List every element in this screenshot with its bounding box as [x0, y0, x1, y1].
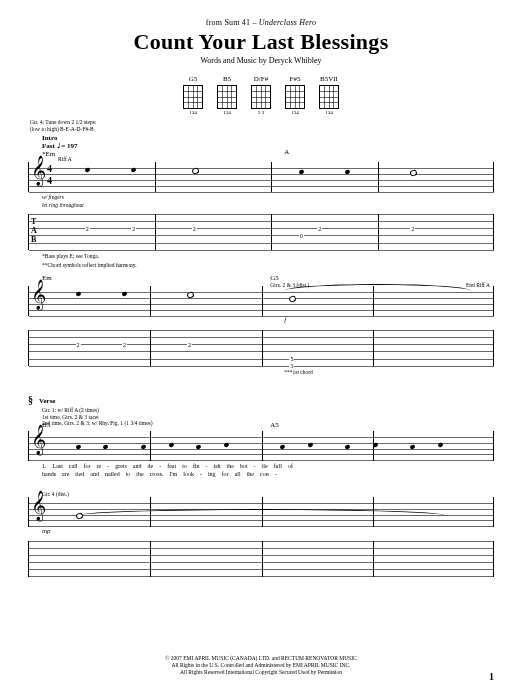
dynamic-marking: mp [42, 527, 494, 535]
lyric-syllable: con [260, 471, 269, 477]
dynamic-marking: f [284, 316, 494, 324]
note-head [196, 444, 202, 449]
lyric-syllable: call [69, 463, 78, 469]
time-signature: 44 [47, 164, 52, 188]
chord-fingering: 2 3 [258, 110, 264, 115]
chord-name: B5 [223, 75, 231, 83]
copyright-line: © 2007 EMI APRIL MUSIC (CANADA) LTD. and… [0, 655, 522, 662]
music-system-3: B5 A5 𝄞 1.Lastcallforre-gretsandde-featt… [28, 431, 494, 477]
chord-name: G5 [189, 75, 198, 83]
copyright-notice: © 2007 EMI APRIL MUSIC (CANADA) LTD. and… [0, 655, 522, 676]
footnote: ***1st chord [284, 369, 494, 375]
lyric-syllable: - [159, 463, 161, 469]
lyric-syllable: - [254, 463, 256, 469]
lyric-syllable: of [288, 463, 293, 469]
treble-clef-icon: 𝄞 [31, 493, 46, 519]
lyric-syllable: - [200, 471, 202, 477]
chord-diagram: G5 134 [183, 75, 203, 115]
lyric-syllable: I'm [170, 471, 178, 477]
segno-icon: § [28, 394, 33, 405]
note-head [289, 295, 298, 303]
note-head [191, 167, 200, 175]
note-head [410, 444, 416, 449]
lyric-syllable: re [97, 463, 102, 469]
treble-clef-icon: 𝄞 [31, 427, 46, 453]
lyric-syllable: - [107, 463, 109, 469]
note-head [438, 442, 444, 447]
fretboard-grid [319, 85, 339, 109]
tuning-line: (low to high) B-E-A-D-F#-B [30, 126, 494, 133]
chord-name: D/F# [254, 75, 268, 83]
instruction-line: 2nd time, Gtrs. 2 & 3: w/ Rhy. Fig. 1 (1… [42, 420, 494, 427]
chord-diagram: B5 134 [217, 75, 237, 115]
section-label-verse: Verse [39, 397, 55, 405]
lyric-syllable: are [62, 471, 69, 477]
chord-diagram: B5VII 134 [319, 75, 339, 115]
chord-fingering: 134 [189, 110, 197, 115]
lyric-syllable: fin [193, 463, 200, 469]
from-prefix: from Sum 41 – [206, 18, 259, 27]
note-head [308, 442, 314, 447]
chord-symbol: G5 [270, 274, 279, 282]
from-line: from Sum 41 – Underclass Hero [28, 18, 494, 27]
lyric-syllable: ing [208, 471, 216, 477]
tab-number: 2 [192, 226, 197, 232]
lyric-syllable: tle [262, 463, 268, 469]
notation-staff: 𝄞 44 [28, 162, 494, 192]
tablature-staff: TAB 2 2 2 0 2 2 [28, 214, 494, 250]
tab-number: 2 [122, 342, 127, 348]
lyric-syllable: nailed [105, 471, 120, 477]
chord-diagram: D/F# 2 3 [251, 75, 271, 115]
chord-name: B5VII [320, 75, 338, 83]
fretboard-grid [217, 85, 237, 109]
lyric-syllable: to [182, 463, 187, 469]
lyric-syllable: the [227, 463, 234, 469]
page-number: 1 [489, 671, 494, 682]
note-head [168, 442, 174, 447]
chord-diagram-row: G5 134 B5 134 D/F# 2 3 F#5 134 B5VII 134 [28, 75, 494, 115]
tab-number: 2 [317, 226, 322, 232]
lyric-syllable: for [222, 471, 229, 477]
lyrics-line: 1.Lastcallforre-gretsandde-feattofin-ish… [42, 463, 494, 469]
tab-number: 2 [131, 226, 136, 232]
chord-diagram: F#5 134 [285, 75, 305, 115]
album-name: Underclass Hero [259, 18, 316, 27]
tab-number: 2 [76, 342, 81, 348]
tab-number: 0 [299, 233, 304, 239]
note-head [103, 444, 109, 449]
fretboard-grid [183, 85, 203, 109]
chord-fingering: 134 [223, 110, 231, 115]
note-head [75, 444, 81, 449]
chord-name: F#5 [290, 75, 301, 83]
treble-clef-icon: 𝄞 [31, 158, 46, 184]
chord-symbol: A5 [270, 421, 279, 429]
lyric-syllable: cross. [150, 471, 164, 477]
lyric-syllable: the [136, 471, 143, 477]
instruction-line: 1st time, Gtrs. 2 & 3 tacet [42, 414, 494, 421]
lyric-syllable: to [126, 471, 131, 477]
notation-staff: 𝄞 [28, 286, 494, 316]
note-head [410, 169, 419, 177]
note-head [186, 291, 195, 299]
lyric-syllable: de [148, 463, 154, 469]
note-head [140, 444, 146, 449]
chord-fingering: 134 [291, 110, 299, 115]
note-head [280, 444, 286, 449]
note-head [84, 168, 90, 173]
note-head [224, 442, 230, 447]
lyric-syllable: tied [75, 471, 84, 477]
note-head [298, 170, 304, 175]
performance-instructions: Gtr. 1: w/ Riff A (2 times) 1st time, Gt… [42, 407, 494, 427]
header: from Sum 41 – Underclass Hero Count Your… [28, 18, 494, 65]
footnote: **Chord symbols reflect implied harmony. [42, 262, 494, 268]
lyric-syllable: for [84, 463, 91, 469]
tab-number: 2 [187, 342, 192, 348]
tablature-staff: 2 2 2 5 3 [28, 330, 494, 366]
lyric-syllable: and [90, 471, 99, 477]
lyric-syllable: the [247, 471, 254, 477]
tab-number: 3 [289, 363, 294, 369]
lyric-syllable: bot [240, 463, 248, 469]
performance-note: w/ fingers [42, 194, 494, 200]
notation-staff: 𝄞 [28, 497, 494, 527]
lyric-syllable: full [274, 463, 282, 469]
